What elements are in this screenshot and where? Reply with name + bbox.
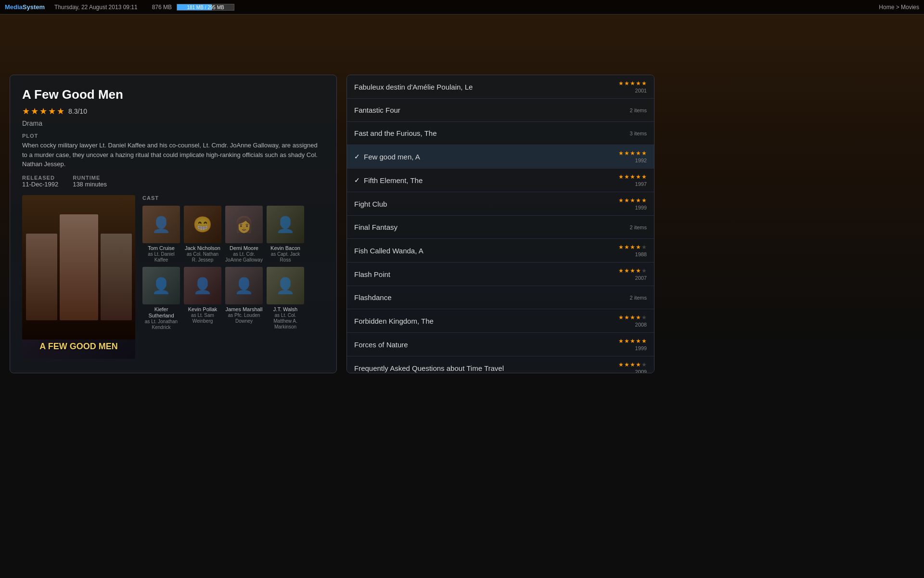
star-rating-small: ★★★★★ [618,361,647,368]
items-badge: 3 items [630,131,647,136]
star-filled: ★ [630,338,635,344]
list-item[interactable]: ✓ Fifth Element, The ★★★★★ 1997 [347,169,654,192]
star-filled: ★ [618,361,624,368]
list-item-title: Fabuleux destin d'Amélie Poulain, Le [354,83,618,91]
runtime-value: 138 minutes [73,181,107,188]
list-item-right: 3 items [630,131,647,136]
list-item[interactable]: Frequently Asked Questions about Time Tr… [347,356,654,373]
star-filled: ★ [636,267,641,274]
star-filled: ★ [630,314,635,321]
items-badge: 2 items [630,295,647,301]
detail-panel: A Few Good Men ★ ★ ★ ★ ★ 8.3/10 Drama PL… [10,75,337,373]
star-rating-small: ★★★★★ [618,267,647,274]
cast-name: Kevin Pollak [188,306,218,313]
cast-photo: 👤 [142,206,180,243]
star-filled: ★ [618,244,624,250]
star-empty: ★ [642,314,647,321]
cast-role: as Lt. Cdr. JoAnne Galloway [225,251,263,263]
star-rating-small: ★★★★★ [618,197,647,204]
movie-year: 1988 [635,251,647,257]
items-badge: 2 items [630,224,647,230]
list-item[interactable]: Final Fantasy 2 items [347,216,654,239]
checkmark-icon: ✓ [354,153,360,160]
date-display: Thursday, 22 August 2013 09:11 [54,4,138,11]
list-item-title: Fight Club [354,200,618,208]
list-item-title: Frequently Asked Questions about Time Tr… [354,364,618,372]
list-item-right: 2 items [630,295,647,301]
star-filled: ★ [636,173,641,180]
movie-year: 1997 [635,181,647,187]
list-item[interactable]: Forces of Nature ★★★★★ 1999 [347,333,654,356]
list-item-title: Flash Point [354,270,618,278]
list-item-title: Few good men, A [364,153,618,161]
star-filled: ★ [624,197,629,204]
list-item[interactable]: Flash Point ★★★★★ 2007 [347,263,654,286]
star-filled: ★ [636,338,641,344]
star-rating-small: ★★★★★ [618,80,647,87]
list-item[interactable]: Fast and the Furious, The 3 items [347,122,654,145]
list-item-title: Flashdance [354,293,630,302]
poster-cast-row: A FEW GOOD MEN CAST 👤 Tom Cruise as Lt. … [22,195,324,359]
star-filled: ★ [618,173,624,180]
star-5-half: ★ [57,106,64,117]
cast-photo: 👤 [184,267,221,304]
cast-name: Jack Nicholson [185,245,220,251]
cast-item: 😁 Jack Nicholson as Col. Nathan R. Jesse… [184,206,221,263]
list-item[interactable]: Fight Club ★★★★★ 1999 [347,192,654,216]
runtime-meta: RUNTIME 138 minutes [73,175,107,188]
star-filled: ★ [636,150,641,157]
memory-display: 876 MB [152,4,172,11]
star-empty: ★ [642,267,647,274]
list-item[interactable]: ✓ Few good men, A ★★★★★ 1992 [347,145,654,169]
cast-photo: 👤 [142,267,180,304]
star-filled: ★ [624,173,629,180]
list-item[interactable]: Fabuleux destin d'Amélie Poulain, Le ★★★… [347,75,654,99]
cast-role: as Pfc. Louden Downey [225,313,263,324]
rating-number: 8.3/10 [68,107,87,115]
cast-name: J.T. Walsh [273,306,297,313]
star-filled: ★ [630,150,635,157]
list-item-title: Fish Called Wanda, A [354,247,618,255]
movie-year: 2008 [635,322,647,328]
star-filled: ★ [642,173,647,180]
list-item-right: ★★★★★ 2009 [618,361,647,373]
star-filled: ★ [630,80,635,87]
movie-year: 1999 [635,205,647,210]
list-item-title: Forbidden Kingdom, The [354,317,618,325]
list-item[interactable]: Fantastic Four 2 items [347,99,654,122]
star-filled: ★ [636,80,641,87]
movie-year: 2001 [635,88,647,93]
list-item-right: ★★★★★ 2007 [618,267,647,281]
cast-name: James Marshall [225,306,262,313]
movie-list-panel[interactable]: Fabuleux destin d'Amélie Poulain, Le ★★★… [346,75,654,373]
star-3: ★ [39,106,47,117]
list-item-right: ★★★★★ 1992 [618,150,647,163]
cast-item: 👤 Tom Cruise as Lt. Daniel Kaffee [142,206,180,263]
cast-role: as Lt. Jonathan Kendrick [142,319,180,330]
star-empty: ★ [642,361,647,368]
star-filled: ★ [636,244,641,250]
star-empty: ★ [642,244,647,250]
star-filled: ★ [636,361,641,368]
star-filled: ★ [624,338,629,344]
list-item-title: Fantastic Four [354,106,630,114]
movie-year: 2007 [635,275,647,281]
star-filled: ★ [618,267,624,274]
list-item[interactable]: Forbidden Kingdom, The ★★★★★ 2008 [347,309,654,333]
star-4: ★ [48,106,56,117]
checkmark-icon: ✓ [354,176,360,184]
cast-label: CAST [142,195,324,201]
cast-item: 👤 J.T. Walsh as Lt. Col. Matthew A. Mark… [267,267,304,330]
list-item[interactable]: Flashdance 2 items [347,286,654,309]
poster-title: A FEW GOOD MEN [39,342,117,352]
list-item-right: ★★★★★ 1988 [618,244,647,257]
genre: Drama [22,119,324,127]
star-filled: ★ [630,361,635,368]
main-content: A Few Good Men ★ ★ ★ ★ ★ 8.3/10 Drama PL… [0,17,924,578]
list-item[interactable]: Fish Called Wanda, A ★★★★★ 1988 [347,239,654,263]
list-item-right: ★★★★★ 2001 [618,80,647,93]
cast-role: as Col. Nathan R. Jessep [184,251,221,263]
cast-item: 👤 Kiefer Sutherland as Lt. Jonathan Kend… [142,267,180,330]
cast-name: Kevin Bacon [270,245,300,251]
memory-bar-label: 181 MB / 295 MB [177,4,234,11]
